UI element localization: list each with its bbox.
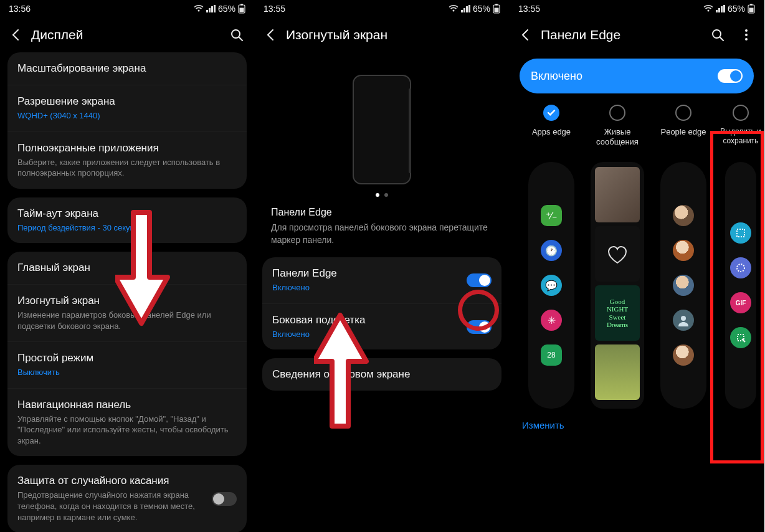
header: Изогнутый экран xyxy=(255,17,509,52)
panel-preview-people xyxy=(660,162,706,409)
live-tile xyxy=(595,344,640,400)
master-toggle-row[interactable]: Включено xyxy=(520,59,754,93)
app-icon-messages: 💬 xyxy=(541,275,562,296)
accidental-touch-toggle[interactable] xyxy=(212,492,237,506)
search-icon xyxy=(230,28,244,42)
screenshot-2-edge-screen: 13:55 65% Изогнутый экран Панели Edge Дл… xyxy=(255,0,510,532)
panel-checkbox-apps[interactable] xyxy=(543,105,559,121)
item-accidental-touch[interactable]: Защита от случайного касания Предотвраще… xyxy=(7,465,247,532)
edge-panels-toggle[interactable] xyxy=(467,273,492,287)
edge-panels-row: Apps edge ⁺⁄₋ 🕐 💬 ✳ 28 Живые сообщения G… xyxy=(510,105,764,409)
chevron-left-icon xyxy=(519,28,533,42)
svg-point-12 xyxy=(745,34,748,36)
screenshot-3-edge-panels: 13:55 65% Панели Edge Включено Apps edg xyxy=(510,0,764,532)
panel-preview-apps: ⁺⁄₋ 🕐 💬 ✳ 28 xyxy=(528,162,574,409)
more-vert-icon xyxy=(739,28,753,42)
battery-percent: 65% xyxy=(728,4,745,14)
description-body: Для просмотра панелей бокового экрана пе… xyxy=(271,222,493,246)
device-illustration xyxy=(353,75,411,184)
settings-list: Масштабирование экрана Разрешение экрана… xyxy=(0,52,254,532)
page-title: Дисплей xyxy=(31,27,221,42)
edit-link[interactable]: Изменить xyxy=(510,409,764,430)
status-time: 13:55 xyxy=(264,4,285,14)
avatar xyxy=(673,240,694,261)
item-edge-screen[interactable]: Изогнутый экран Изменение параметров бок… xyxy=(7,284,247,341)
more-button[interactable] xyxy=(734,28,759,42)
item-fullscreen-apps[interactable]: Полноэкранные приложения Выберите, какие… xyxy=(7,131,247,189)
svg-rect-2 xyxy=(240,8,244,12)
svg-rect-1 xyxy=(240,4,243,6)
edge-panel-apps[interactable]: Apps edge ⁺⁄₋ 🕐 💬 ✳ 28 xyxy=(518,105,584,409)
edge-panel-smart-select[interactable]: Выделить и сохранить GIF xyxy=(716,105,764,409)
wifi-icon xyxy=(449,5,459,12)
svg-point-3 xyxy=(232,30,240,38)
edge-panel-people[interactable]: People edge xyxy=(650,105,716,409)
page-dots xyxy=(376,193,388,197)
svg-point-13 xyxy=(745,38,748,40)
screenshot-1-display-settings: 13:56 65% Дисплей Масштабирование экрана… xyxy=(0,0,255,532)
dot-inactive xyxy=(384,193,388,197)
avatar xyxy=(673,205,694,226)
status-icons: 65% xyxy=(449,4,500,14)
svg-point-16 xyxy=(737,264,744,272)
master-toggle-label: Включено xyxy=(531,70,582,83)
live-tile xyxy=(595,226,640,282)
master-toggle[interactable] xyxy=(718,69,743,83)
chevron-left-icon xyxy=(264,28,278,42)
back-button[interactable] xyxy=(260,28,282,42)
svg-point-10 xyxy=(713,30,721,38)
search-button[interactable] xyxy=(224,28,249,42)
svg-rect-15 xyxy=(737,229,744,237)
back-button[interactable] xyxy=(515,28,537,42)
panel-label: People edge xyxy=(660,127,706,148)
app-icon-calculator: ⁺⁄₋ xyxy=(541,205,562,226)
live-tile xyxy=(595,167,640,222)
panel-checkbox-people[interactable] xyxy=(675,105,691,121)
item-about-edge[interactable]: Сведения о боковом экране xyxy=(262,358,501,391)
item-resolution[interactable]: Разрешение экрана WQHD+ (3040 x 1440) xyxy=(7,85,247,131)
battery-icon xyxy=(493,4,500,14)
edge-panel-live-messages[interactable]: Живые сообщения GoodNIGHTSweetDreams xyxy=(584,105,650,409)
panel-preview-select: GIF xyxy=(725,162,756,409)
select-icon-rect xyxy=(730,222,751,244)
battery-percent: 65% xyxy=(218,4,235,14)
description-block: Панели Edge Для просмотра панелей боково… xyxy=(255,203,509,257)
panel-preview-live: GoodNIGHTSweetDreams xyxy=(591,162,644,409)
item-easy-mode[interactable]: Простой режим Выключить xyxy=(7,341,247,388)
svg-point-14 xyxy=(681,316,686,321)
status-bar: 13:55 65% xyxy=(255,0,509,17)
signal-icon xyxy=(206,5,216,12)
svg-rect-9 xyxy=(749,8,754,12)
status-bar: 13:56 65% xyxy=(0,0,254,17)
header: Панели Edge xyxy=(510,17,764,52)
back-button[interactable] xyxy=(5,28,27,42)
item-home-screen[interactable]: Главный экран xyxy=(7,252,247,284)
wifi-icon xyxy=(194,5,204,12)
search-button[interactable] xyxy=(705,28,730,42)
check-icon xyxy=(547,108,556,117)
status-time: 13:56 xyxy=(9,4,31,14)
battery-icon xyxy=(238,4,245,14)
signal-icon xyxy=(461,5,470,12)
avatar xyxy=(673,344,694,366)
app-icon-clock: 🕐 xyxy=(541,240,562,261)
select-icon-pin xyxy=(730,327,751,348)
avatar-placeholder xyxy=(673,310,694,331)
dot-active xyxy=(376,193,379,197)
battery-icon xyxy=(748,4,755,14)
item-screen-zoom[interactable]: Масштабирование экрана xyxy=(7,52,247,85)
panel-label: Выделить и сохранить xyxy=(716,127,764,148)
svg-rect-8 xyxy=(750,4,753,6)
status-icons: 65% xyxy=(194,4,245,14)
avatar xyxy=(673,275,694,296)
live-tile: GoodNIGHTSweetDreams xyxy=(595,285,640,341)
page-title: Изогнутый экран xyxy=(286,27,504,42)
status-bar: 13:55 65% xyxy=(510,0,764,17)
status-time: 13:55 xyxy=(518,4,540,14)
item-navigation-bar[interactable]: Навигационная панель Управляйте с помощь… xyxy=(7,388,247,457)
item-screen-timeout[interactable]: Тайм-аут экрана Период бездействия - 30 … xyxy=(7,197,247,244)
panel-checkbox-live[interactable] xyxy=(609,105,625,121)
select-icon-gif: GIF xyxy=(730,292,751,313)
panel-checkbox-select[interactable] xyxy=(733,105,749,121)
svg-point-11 xyxy=(745,29,748,32)
